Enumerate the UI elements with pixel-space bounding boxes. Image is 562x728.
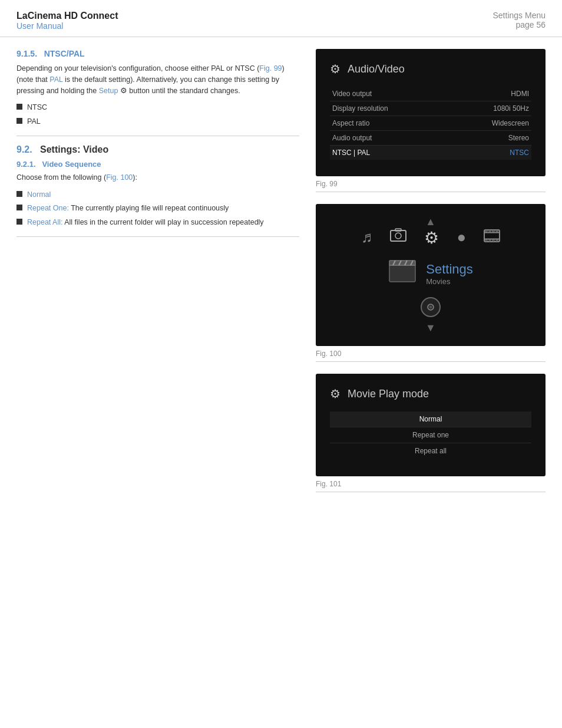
header-left: LaCinema HD Connect User Manual — [16, 11, 118, 31]
figure-101-label: Fig. 101 — [316, 480, 546, 492]
nav-icons-row: ♬ ⚙ ● — [361, 228, 500, 248]
section-915-list: NTSC PAL — [16, 102, 299, 127]
svg-rect-7 — [489, 230, 491, 232]
section-921-intro: Choose from the following (Fig. 100): — [16, 172, 299, 183]
left-column: 9.1.5. NTSC/PAL Depending on your televi… — [16, 49, 299, 504]
mpm-table: Normal Repeat one Repeat all — [330, 411, 531, 459]
product-title: LaCinema HD Connect — [16, 11, 118, 21]
mpm-title-text: Movie Play mode — [348, 388, 429, 400]
row-label: NTSC | PAL — [330, 146, 449, 160]
row-label: Video output — [330, 87, 449, 101]
figure-100-screen: ▲ ♬ ⚙ ● — [316, 204, 546, 346]
svg-rect-10 — [485, 239, 487, 242]
figure-99-screen: ⚙ Audio/Video Video output HDMI Display … — [316, 49, 546, 176]
svg-rect-6 — [485, 230, 487, 232]
disc-icon — [420, 297, 441, 322]
table-row: Repeat one — [330, 427, 531, 443]
divider-2 — [16, 236, 299, 237]
row-value: Stereo — [449, 131, 531, 146]
table-row: Aspect ratio Widescreen — [330, 116, 531, 131]
svg-point-23 — [429, 306, 432, 308]
section-915-number: 9.1.5. — [16, 49, 37, 58]
section-915-title: NTSC/PAL — [44, 49, 85, 58]
bullet-icon — [16, 118, 22, 124]
row-value: Repeat one — [330, 427, 531, 443]
main-content: 9.1.5. NTSC/PAL Depending on your televi… — [0, 37, 562, 516]
list-item-normal: Normal — [16, 189, 299, 200]
bullet-text: Repeat All: All files in the current fol… — [27, 217, 264, 228]
table-row-highlighted: Normal — [330, 411, 531, 427]
section-915: 9.1.5. NTSC/PAL Depending on your televi… — [16, 49, 299, 127]
row-value: Repeat all — [330, 443, 531, 459]
music-icon: ♬ — [361, 228, 373, 248]
section-921-heading: 9.2.1. Video Sequence — [16, 160, 299, 169]
section-915-heading: 9.1.5. NTSC/PAL — [16, 49, 299, 58]
list-item: PAL — [16, 116, 299, 127]
bullet-text: Repeat One: The currently playing file w… — [27, 203, 229, 214]
pal-link[interactable]: PAL — [49, 75, 62, 84]
figure-101-screen: ⚙ Movie Play mode Normal Repeat one Repe… — [316, 374, 546, 476]
svg-rect-0 — [391, 230, 406, 241]
row-value: Widescreen — [449, 116, 531, 131]
row-value: NTSC — [449, 146, 531, 160]
page-label: page 56 — [493, 20, 546, 29]
svg-point-1 — [395, 233, 401, 239]
list-item-repeat-one: Repeat One: The currently playing file w… — [16, 203, 299, 214]
bullet-text: NTSC — [27, 102, 47, 113]
list-item-repeat-all: Repeat All: All files in the current fol… — [16, 217, 299, 228]
setup-link[interactable]: Setup — [99, 87, 118, 95]
section-label: Settings Menu — [493, 11, 546, 20]
table-row: Video output HDMI — [330, 87, 531, 101]
section-921: 9.2.1. Video Sequence Choose from the fo… — [16, 160, 299, 228]
clapperboard-icon — [388, 258, 416, 289]
section-915-body: Depending on your television's configura… — [16, 63, 299, 96]
nav-labels: Settings Movies — [426, 262, 473, 286]
row-value: Normal — [330, 411, 531, 427]
bullet-link: Normal — [27, 189, 51, 200]
svg-rect-11 — [489, 239, 491, 242]
figure-101-block: ⚙ Movie Play mode Normal Repeat one Repe… — [316, 374, 546, 492]
row-label: Display resolution — [330, 101, 449, 116]
bullet-icon — [16, 191, 22, 197]
header-right: Settings Menu page 56 — [493, 11, 546, 29]
globe-icon: ● — [457, 228, 466, 248]
section-921-number: 9.2.1. — [16, 160, 36, 169]
row-value: HDMI — [449, 87, 531, 101]
svg-rect-14 — [389, 264, 415, 282]
figure-99-block: ⚙ Audio/Video Video output HDMI Display … — [316, 49, 546, 192]
svg-rect-9 — [496, 230, 498, 232]
list-item: NTSC — [16, 102, 299, 113]
row-label: Audio output — [330, 131, 449, 146]
row-label: Aspect ratio — [330, 116, 449, 131]
table-row-highlighted: NTSC | PAL NTSC — [330, 146, 531, 160]
bullet-icon — [16, 205, 22, 210]
gear-icon: ⚙ — [330, 62, 340, 76]
fig99-link[interactable]: Fig. 99 — [259, 64, 282, 73]
section-92-heading: 9.2. Settings: Video — [16, 144, 299, 155]
bullet-text: PAL — [27, 116, 41, 127]
section-92-title: Settings: Video — [40, 144, 108, 154]
divider-1 — [16, 136, 299, 136]
av-settings-table: Video output HDMI Display resolution 108… — [330, 87, 531, 160]
fig100-link[interactable]: Fig. 100 — [106, 173, 133, 182]
nav-up-arrow: ▲ — [425, 216, 436, 228]
manual-subtitle: User Manual — [16, 21, 118, 31]
gear-nav-icon: ⚙ — [424, 228, 439, 248]
settings-label: Settings — [426, 262, 473, 277]
section-921-title: Video Sequence — [42, 160, 101, 169]
mpm-title-row: ⚙ Movie Play mode — [330, 387, 531, 401]
figure-100-block: ▲ ♬ ⚙ ● — [316, 204, 546, 362]
av-title-row: ⚙ Audio/Video — [330, 62, 531, 76]
photo-icon — [390, 228, 406, 248]
section-92-number: 9.2. — [16, 144, 32, 154]
film-icon — [484, 228, 500, 248]
svg-rect-8 — [492, 230, 494, 232]
row-value: 1080i 50Hz — [449, 101, 531, 116]
section-92: 9.2. Settings: Video — [16, 144, 299, 155]
page-header: LaCinema HD Connect User Manual Settings… — [0, 0, 562, 37]
bullet-icon — [16, 219, 22, 225]
section-921-list: Normal Repeat One: The currently playing… — [16, 189, 299, 228]
gear-icon-101: ⚙ — [330, 387, 340, 401]
svg-rect-13 — [496, 239, 498, 242]
table-row: Display resolution 1080i 50Hz — [330, 101, 531, 116]
